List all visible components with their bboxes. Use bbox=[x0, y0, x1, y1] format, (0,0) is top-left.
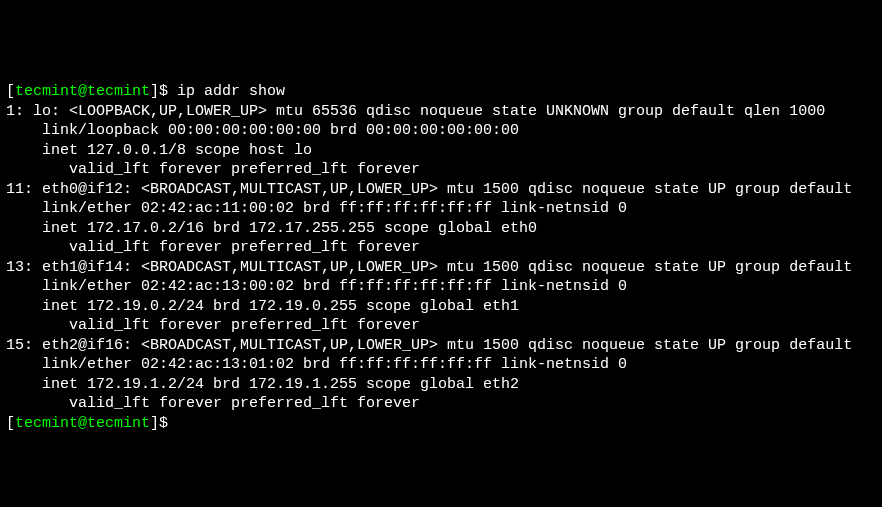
prompt-close: ]$ bbox=[150, 83, 177, 100]
output-line: 15: eth2@if16: <BROADCAST,MULTICAST,UP,L… bbox=[6, 337, 861, 354]
output-line: inet 127.0.0.1/8 scope host lo bbox=[6, 142, 312, 159]
output-line: inet 172.19.1.2/24 brd 172.19.1.255 scop… bbox=[6, 376, 519, 393]
terminal-output: [tecmint@tecmint]$ ip addr show 1: lo: <… bbox=[6, 82, 876, 433]
output-line: valid_lft forever preferred_lft forever bbox=[6, 161, 420, 178]
prompt-user-host: tecmint@tecmint bbox=[15, 83, 150, 100]
prompt-line-2[interactable]: [tecmint@tecmint]$ bbox=[6, 415, 177, 432]
output-line: link/ether 02:42:ac:11:00:02 brd ff:ff:f… bbox=[6, 200, 627, 217]
output-line: link/loopback 00:00:00:00:00:00 brd 00:0… bbox=[6, 122, 519, 139]
prompt-open: [ bbox=[6, 83, 15, 100]
prompt-user-host: tecmint@tecmint bbox=[15, 415, 150, 432]
output-line: valid_lft forever preferred_lft forever bbox=[6, 239, 420, 256]
output-line: valid_lft forever preferred_lft forever bbox=[6, 317, 420, 334]
output-line: link/ether 02:42:ac:13:01:02 brd ff:ff:f… bbox=[6, 356, 627, 373]
output-line: link/ether 02:42:ac:13:00:02 brd ff:ff:f… bbox=[6, 278, 627, 295]
output-line: inet 172.17.0.2/16 brd 172.17.255.255 sc… bbox=[6, 220, 537, 237]
prompt-close: ]$ bbox=[150, 415, 177, 432]
prompt-open: [ bbox=[6, 415, 15, 432]
output-line: valid_lft forever preferred_lft forever bbox=[6, 395, 420, 412]
output-line: 13: eth1@if14: <BROADCAST,MULTICAST,UP,L… bbox=[6, 259, 861, 276]
output-line: 11: eth0@if12: <BROADCAST,MULTICAST,UP,L… bbox=[6, 181, 861, 198]
output-line: inet 172.19.0.2/24 brd 172.19.0.255 scop… bbox=[6, 298, 519, 315]
command-text: ip addr show bbox=[177, 83, 285, 100]
output-line: 1: lo: <LOOPBACK,UP,LOWER_UP> mtu 65536 … bbox=[6, 103, 825, 120]
prompt-line-1: [tecmint@tecmint]$ ip addr show bbox=[6, 83, 285, 100]
